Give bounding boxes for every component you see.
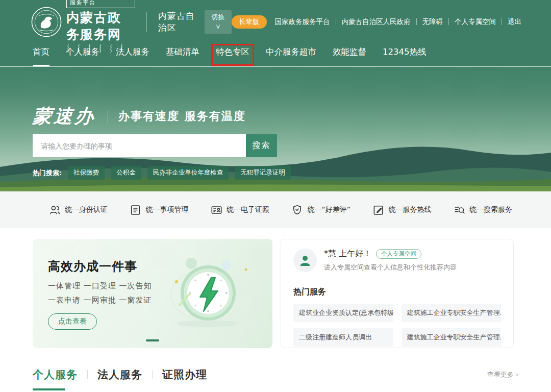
banner-line1: 一体管理 一口受理 一次告知 xyxy=(48,281,152,291)
link-separator xyxy=(502,18,502,25)
link-separator xyxy=(448,18,449,25)
main-nav: 首页 个人服务 法人服务 基础清单 特色专区 中介服务超市 效能监督 12345… xyxy=(0,43,551,66)
service-hotline[interactable]: 统一服务热线 xyxy=(372,204,431,216)
platform-badge: 全国一体化在线政务服务平台 xyxy=(66,0,135,8)
header-divider xyxy=(146,12,147,32)
service-tabs: 个人服务 法人服务 证照办理 查看更多 › xyxy=(33,368,518,382)
elder-version-badge[interactable]: 长辈版 xyxy=(232,15,267,29)
link-regional-gov[interactable]: 内蒙古自治区人民政府 xyxy=(342,17,411,27)
nav-item-intermediary-market[interactable]: 中介服务超市 xyxy=(266,46,316,66)
horse-seal-icon xyxy=(31,6,62,38)
id-card-icon xyxy=(211,204,222,216)
service-label: 统一“好差评” xyxy=(307,205,350,214)
shield-icon xyxy=(291,204,303,216)
service-label: 统一服务热线 xyxy=(388,205,431,214)
hot-service-item[interactable]: 二级注册建造师人员调出 xyxy=(293,328,393,347)
hero-slogan: 办事有速度 服务有温度 xyxy=(118,109,246,124)
link-separator xyxy=(416,18,417,25)
hot-service-item[interactable]: 建筑施工企业专职安全生产管理... xyxy=(402,304,502,322)
service-label: 统一事项管理 xyxy=(145,205,188,214)
search-bar: 搜索 xyxy=(33,134,277,157)
service-search[interactable]: 统一搜索服务 xyxy=(454,204,512,216)
service-label: 统一身份认证 xyxy=(65,205,108,214)
search-button[interactable]: 搜索 xyxy=(246,134,277,157)
tab-separator xyxy=(152,370,153,379)
nav-item-legal-services[interactable]: 法人服务 xyxy=(116,46,149,66)
service-e-license[interactable]: 统一电子证照 xyxy=(211,204,269,216)
personal-space-badge[interactable]: 个人专属空间 xyxy=(376,249,421,259)
tasks-card-icon xyxy=(130,204,141,216)
site-header: 全国一体化在线政务服务平台 内蒙古政务服务网 内蒙古自治区 切换 ∨ 长辈版 国… xyxy=(0,0,551,43)
nav-item-home[interactable]: 首页 xyxy=(33,46,49,66)
pencil-square-icon xyxy=(372,204,384,216)
site-logo[interactable]: 全国一体化在线政务服务平台 内蒙古政务服务网 xyxy=(31,0,135,54)
annotation-highlight-box xyxy=(211,44,254,66)
user-greeting: *慧 上午好！ xyxy=(324,249,371,259)
link-personal-space[interactable]: 个人专属空间 xyxy=(455,17,496,27)
mengsuban-brand: 蒙速办 xyxy=(32,104,96,129)
region-name: 内蒙古自治区 xyxy=(158,10,197,34)
nav-item-personal-services[interactable]: 个人服务 xyxy=(66,46,99,66)
hot-tag-annual-inspection[interactable]: 民办非企业单位年度检查 xyxy=(147,166,229,180)
nav-item-efficiency-supervision[interactable]: 效能监督 xyxy=(333,46,366,66)
hot-tag-provident-fund[interactable]: 公积金 xyxy=(111,166,141,180)
tab-legal-services[interactable]: 法人服务 xyxy=(97,368,142,382)
alarm-clock-illustration xyxy=(164,249,251,331)
service-label: 统一电子证照 xyxy=(227,205,269,214)
carousel-indicator[interactable] xyxy=(146,339,159,341)
region-switch-button[interactable]: 切换 ∨ xyxy=(205,10,232,34)
link-separator xyxy=(336,18,336,25)
banner-title: 高效办成一件事 xyxy=(48,258,152,275)
space-description: 进入专属空间查看个人信息和个性化推荐内容 xyxy=(324,263,457,272)
banner-line2: 一表申请 一网审批 一窗发证 xyxy=(48,296,152,305)
efficient-one-thing-banner[interactable]: 高效办成一件事 一体管理 一口受理 一次告知 一表申请 一网审批 一窗发证 点击… xyxy=(33,239,272,348)
unified-services-strip: 统一身份认证 统一事项管理 统一电子证照 统一“好差评” 统一服务热线 xyxy=(0,191,551,228)
person-icon xyxy=(298,253,312,267)
hero-banner: 蒙速办 办事有速度 服务有温度 搜索 热门搜索: 社保缴费 公积金 民办非企业单… xyxy=(0,66,551,191)
tab-separator xyxy=(87,370,88,379)
hot-service-item[interactable]: 建筑业企业资质认定(总承包特级... xyxy=(293,304,393,322)
profile-divider xyxy=(293,280,501,280)
hot-tag-social-insurance[interactable]: 社保缴费 xyxy=(68,166,105,180)
search-lines-icon xyxy=(454,204,465,216)
hot-search-row: 热门搜索: 社保缴费 公积金 民办非企业单位年度检查 无犯罪记录证明 xyxy=(33,166,291,180)
service-item-management[interactable]: 统一事项管理 xyxy=(130,204,188,216)
nav-item-basic-list[interactable]: 基础清单 xyxy=(166,46,199,66)
avatar[interactable] xyxy=(293,249,317,272)
service-label: 统一搜索服务 xyxy=(469,205,512,214)
hot-services-title: 热门服务 xyxy=(293,287,501,298)
hero-separator xyxy=(108,110,108,123)
nav-item-featured-zone[interactable]: 特色专区 xyxy=(216,46,249,66)
link-national-platform[interactable]: 国家政务服务平台 xyxy=(275,17,330,27)
profile-card: *慧 上午好！ 个人专属空间 进入专属空间查看个人信息和个性化推荐内容 热门服务… xyxy=(281,239,514,348)
see-more-link[interactable]: 查看更多 › xyxy=(487,370,518,379)
site-title: 内蒙古政务服务网 xyxy=(66,9,135,43)
nav-item-12345-hotline[interactable]: 12345热线 xyxy=(383,46,427,66)
users-icon xyxy=(49,204,61,216)
link-logout[interactable]: 退出 xyxy=(508,17,521,27)
service-identity-auth[interactable]: 统一身份认证 xyxy=(49,204,108,216)
search-input[interactable] xyxy=(33,134,246,157)
link-accessibility[interactable]: 无障碍 xyxy=(422,17,443,27)
hot-tag-no-crime-cert[interactable]: 无犯罪记录证明 xyxy=(235,166,291,180)
hot-service-item[interactable]: 建筑施工企业专职安全生产管理... xyxy=(402,328,502,347)
service-rating[interactable]: 统一“好差评” xyxy=(291,204,350,216)
tab-personal-services[interactable]: 个人服务 xyxy=(33,368,78,382)
tab-license-handling[interactable]: 证照办理 xyxy=(162,368,207,382)
banner-view-button[interactable]: 点击查看 xyxy=(48,313,97,330)
hot-search-label: 热门搜索: xyxy=(33,168,62,178)
